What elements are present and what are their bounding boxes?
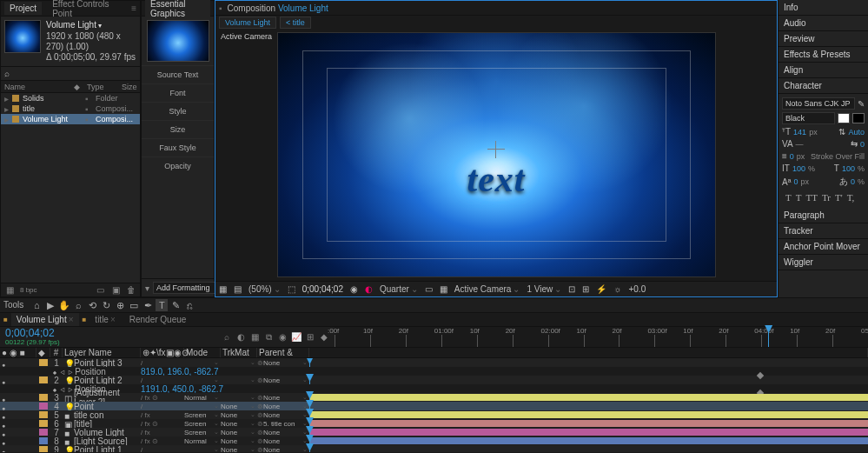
timeline-layer-row[interactable]: 5 ■title con / fx Screen None None: [0, 410, 868, 419]
anchor-tool-icon[interactable]: ⊕: [114, 299, 126, 311]
home-icon[interactable]: ⌂: [30, 299, 43, 311]
clone-tool-icon[interactable]: ⎌: [183, 299, 195, 311]
pen-tool-icon[interactable]: ✒: [142, 299, 154, 311]
magnify-icon[interactable]: ▦: [219, 284, 227, 294]
type-tool-icon[interactable]: T: [156, 299, 168, 311]
snapshot-icon[interactable]: ◉: [350, 284, 358, 294]
text-style-toggle[interactable]: T: [785, 192, 792, 203]
draft3d-icon[interactable]: ▦: [249, 332, 260, 343]
shy-icon[interactable]: ◐: [235, 332, 246, 343]
hscale-value[interactable]: 100: [842, 164, 855, 173]
transparency-icon[interactable]: ▦: [440, 284, 447, 294]
eyedropper-icon[interactable]: ✎: [858, 99, 865, 109]
panel-header[interactable]: Audio: [779, 16, 868, 31]
timeline-layer-row[interactable]: 4 💡Point / None None: [0, 402, 868, 410]
trash-icon[interactable]: 🗑: [126, 285, 136, 296]
panel-header[interactable]: Info: [779, 0, 868, 16]
channel-icon[interactable]: ◐: [365, 284, 373, 294]
motion-blur-icon[interactable]: ◉: [277, 332, 288, 343]
font-weight-dropdown[interactable]: Black: [782, 112, 835, 124]
timeline-layer-row[interactable]: 1 💡Point Light 3 / None: [0, 358, 868, 367]
tl-search-icon[interactable]: ⌕: [222, 332, 232, 343]
view-options-icon[interactable]: ⊡: [568, 284, 575, 294]
interpret-icon[interactable]: ▦: [4, 285, 15, 296]
eg-add-icon[interactable]: ▾: [145, 283, 149, 293]
baseline-value[interactable]: 0: [793, 177, 798, 186]
view-count-dropdown[interactable]: 1 View: [527, 284, 561, 294]
timecode-display[interactable]: 0;00;04;02: [302, 284, 343, 294]
fast-preview-icon[interactable]: ⚡: [596, 284, 606, 294]
tracking-value[interactable]: 0: [860, 140, 865, 149]
comp-lock-icon[interactable]: ▪: [219, 3, 222, 13]
orbit-tool-icon[interactable]: ⟲: [86, 299, 98, 311]
current-time-indicator[interactable]: [768, 327, 769, 347]
text-style-toggle[interactable]: Tr: [822, 192, 831, 203]
tsume-value[interactable]: 0: [851, 177, 855, 186]
layer-property-row[interactable]: ⬥ ◁ ▷ Position819.0, 196.0, -862.7: [0, 367, 868, 376]
text-style-toggle[interactable]: T,: [847, 192, 855, 203]
hand-tool-icon[interactable]: ✋: [58, 299, 70, 311]
new-folder-icon[interactable]: ▭: [95, 285, 105, 296]
composition-viewport[interactable]: Active Camera text: [215, 29, 777, 281]
timeline-tab[interactable]: Render Queue: [124, 313, 192, 326]
timeline-layer-row[interactable]: 2 💡Point Light 2 / None: [0, 376, 868, 384]
text-style-toggle[interactable]: T: [796, 192, 802, 203]
panel-header[interactable]: Align: [779, 63, 868, 78]
graph-editor-icon[interactable]: 📈: [291, 332, 301, 343]
timeline-tab[interactable]: title×: [89, 313, 120, 326]
font-family-dropdown[interactable]: Noto Sans CJK JP: [782, 97, 855, 110]
timeline-layer-row[interactable]: 3 ◫[Adjustment Layer 2] / fx ⊙ Normal No…: [0, 393, 868, 402]
view-camera-dropdown[interactable]: Active Camera: [454, 284, 520, 294]
comp-name[interactable]: Volume Light: [46, 20, 136, 31]
zoom-tool-icon[interactable]: ⌕: [72, 299, 84, 311]
selection-tool-icon[interactable]: ▶: [44, 299, 56, 311]
eg-property-item[interactable]: Size: [142, 120, 214, 138]
eg-property-item[interactable]: Opacity: [142, 157, 214, 175]
eg-property-item[interactable]: Source Text: [142, 65, 214, 83]
rect-tool-icon[interactable]: ▭: [128, 299, 140, 311]
resolution-dropdown[interactable]: Quarter: [380, 284, 418, 294]
leading-value[interactable]: Auto: [848, 128, 865, 137]
stroke-width-value[interactable]: 0: [790, 152, 794, 161]
roi-icon[interactable]: ▭: [425, 284, 433, 294]
timeline-layer-row[interactable]: 6 ▣[title] / fx ⊙ Screen None 5. title c…: [0, 419, 868, 428]
panel-header[interactable]: Character: [779, 78, 868, 94]
exposure-value[interactable]: +0.0: [628, 284, 646, 294]
timeline-layer-row[interactable]: 8 ■[Light Source] / fx ⊙ Normal None Non…: [0, 436, 868, 445]
eg-property-item[interactable]: Faux Style: [142, 138, 214, 157]
grid-icon[interactable]: ▤: [234, 284, 242, 294]
comp-tab[interactable]: Volume Light: [219, 17, 276, 29]
stroke-mode-dropdown[interactable]: Stroke Over Fill: [811, 152, 865, 161]
current-timecode[interactable]: 0;00;04;02: [5, 327, 60, 339]
eg-property-item[interactable]: Style: [142, 102, 214, 120]
timeline-layer-row[interactable]: 9 💡Point Light 1 / None None: [0, 445, 868, 452]
project-search-input[interactable]: [13, 69, 136, 78]
zoom-dropdown[interactable]: (50%): [248, 284, 281, 294]
frame-blend-icon[interactable]: ⧉: [263, 332, 274, 343]
comp-text-layer[interactable]: text: [467, 158, 526, 200]
brainstorm-icon[interactable]: ⊞: [305, 332, 315, 343]
project-column-headers[interactable]: Name◆TypeSize: [1, 81, 140, 93]
tab-essential-graphics[interactable]: Essential Graphics: [145, 0, 210, 20]
mask-icon[interactable]: ⬚: [288, 284, 295, 294]
panel-header[interactable]: Wiggler: [779, 255, 868, 270]
vscale-value[interactable]: 100: [792, 164, 805, 173]
font-size-value[interactable]: 141: [793, 128, 806, 137]
text-style-toggle[interactable]: TT: [805, 192, 817, 203]
bpc-toggle[interactable]: 8 bpc: [20, 285, 37, 296]
panel-header[interactable]: Effects & Presets: [779, 47, 868, 63]
rotate-tool-icon[interactable]: ↻: [100, 299, 112, 311]
time-ruler[interactable]: :00f10f20f01:00f10f20f02:00f10f20f03:00f…: [335, 327, 868, 347]
comp-tab[interactable]: < title: [280, 17, 311, 29]
panel-menu-icon[interactable]: ≡: [131, 3, 136, 13]
pixel-aspect-icon[interactable]: ⊞: [582, 284, 589, 294]
new-comp-icon[interactable]: ▣: [110, 285, 121, 296]
stroke-color-swatch[interactable]: [852, 113, 865, 123]
project-item[interactable]: ▸Solids▪Folder: [1, 93, 140, 103]
eg-property-item[interactable]: Font: [142, 83, 214, 102]
timeline-tab[interactable]: Volume Light×: [11, 313, 79, 326]
panel-header[interactable]: Anchor Point Mover: [779, 239, 868, 255]
project-item[interactable]: ▸Volume Light▪Composi...: [1, 114, 140, 124]
brush-tool-icon[interactable]: ✎: [169, 299, 182, 311]
panel-header[interactable]: Paragraph: [779, 208, 868, 223]
